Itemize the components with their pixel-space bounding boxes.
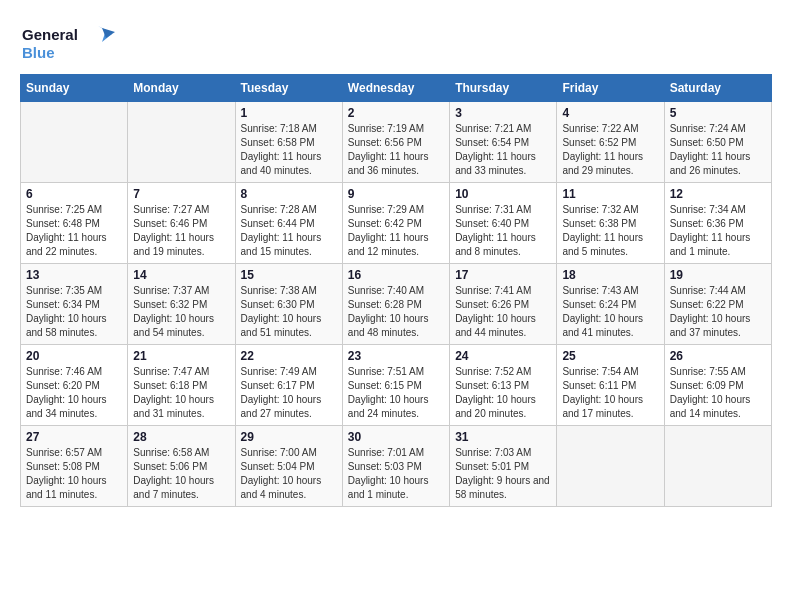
day-number: 31: [455, 430, 551, 444]
day-info: Sunrise: 7:03 AMSunset: 5:01 PMDaylight:…: [455, 446, 551, 502]
day-info: Sunrise: 7:55 AMSunset: 6:09 PMDaylight:…: [670, 365, 766, 421]
day-number: 9: [348, 187, 444, 201]
day-info: Sunrise: 7:37 AMSunset: 6:32 PMDaylight:…: [133, 284, 229, 340]
day-number: 21: [133, 349, 229, 363]
svg-text:General: General: [22, 26, 78, 43]
day-cell: 31Sunrise: 7:03 AMSunset: 5:01 PMDayligh…: [450, 426, 557, 507]
day-cell: 8Sunrise: 7:28 AMSunset: 6:44 PMDaylight…: [235, 183, 342, 264]
weekday-tuesday: Tuesday: [235, 75, 342, 102]
day-cell: 3Sunrise: 7:21 AMSunset: 6:54 PMDaylight…: [450, 102, 557, 183]
day-cell: 15Sunrise: 7:38 AMSunset: 6:30 PMDayligh…: [235, 264, 342, 345]
day-cell: 27Sunrise: 6:57 AMSunset: 5:08 PMDayligh…: [21, 426, 128, 507]
day-number: 23: [348, 349, 444, 363]
day-number: 28: [133, 430, 229, 444]
day-number: 10: [455, 187, 551, 201]
day-info: Sunrise: 7:01 AMSunset: 5:03 PMDaylight:…: [348, 446, 444, 502]
day-number: 14: [133, 268, 229, 282]
day-info: Sunrise: 7:21 AMSunset: 6:54 PMDaylight:…: [455, 122, 551, 178]
day-cell: 19Sunrise: 7:44 AMSunset: 6:22 PMDayligh…: [664, 264, 771, 345]
day-number: 1: [241, 106, 337, 120]
day-info: Sunrise: 7:31 AMSunset: 6:40 PMDaylight:…: [455, 203, 551, 259]
day-cell: 24Sunrise: 7:52 AMSunset: 6:13 PMDayligh…: [450, 345, 557, 426]
day-info: Sunrise: 7:18 AMSunset: 6:58 PMDaylight:…: [241, 122, 337, 178]
day-cell: 6Sunrise: 7:25 AMSunset: 6:48 PMDaylight…: [21, 183, 128, 264]
day-cell: 14Sunrise: 7:37 AMSunset: 6:32 PMDayligh…: [128, 264, 235, 345]
day-info: Sunrise: 7:00 AMSunset: 5:04 PMDaylight:…: [241, 446, 337, 502]
day-cell: 4Sunrise: 7:22 AMSunset: 6:52 PMDaylight…: [557, 102, 664, 183]
day-info: Sunrise: 7:28 AMSunset: 6:44 PMDaylight:…: [241, 203, 337, 259]
day-info: Sunrise: 7:44 AMSunset: 6:22 PMDaylight:…: [670, 284, 766, 340]
day-number: 25: [562, 349, 658, 363]
weekday-sunday: Sunday: [21, 75, 128, 102]
day-cell: [664, 426, 771, 507]
day-cell: [557, 426, 664, 507]
day-info: Sunrise: 7:27 AMSunset: 6:46 PMDaylight:…: [133, 203, 229, 259]
day-cell: 11Sunrise: 7:32 AMSunset: 6:38 PMDayligh…: [557, 183, 664, 264]
header: General Blue: [20, 20, 772, 64]
week-row-5: 27Sunrise: 6:57 AMSunset: 5:08 PMDayligh…: [21, 426, 772, 507]
day-number: 26: [670, 349, 766, 363]
day-cell: 20Sunrise: 7:46 AMSunset: 6:20 PMDayligh…: [21, 345, 128, 426]
day-info: Sunrise: 7:49 AMSunset: 6:17 PMDaylight:…: [241, 365, 337, 421]
day-cell: 21Sunrise: 7:47 AMSunset: 6:18 PMDayligh…: [128, 345, 235, 426]
day-info: Sunrise: 7:35 AMSunset: 6:34 PMDaylight:…: [26, 284, 122, 340]
day-number: 5: [670, 106, 766, 120]
day-cell: [21, 102, 128, 183]
day-cell: 7Sunrise: 7:27 AMSunset: 6:46 PMDaylight…: [128, 183, 235, 264]
day-info: Sunrise: 7:38 AMSunset: 6:30 PMDaylight:…: [241, 284, 337, 340]
day-cell: 22Sunrise: 7:49 AMSunset: 6:17 PMDayligh…: [235, 345, 342, 426]
day-info: Sunrise: 7:29 AMSunset: 6:42 PMDaylight:…: [348, 203, 444, 259]
day-number: 27: [26, 430, 122, 444]
day-info: Sunrise: 7:52 AMSunset: 6:13 PMDaylight:…: [455, 365, 551, 421]
day-number: 16: [348, 268, 444, 282]
weekday-monday: Monday: [128, 75, 235, 102]
day-number: 2: [348, 106, 444, 120]
day-info: Sunrise: 7:46 AMSunset: 6:20 PMDaylight:…: [26, 365, 122, 421]
week-row-2: 6Sunrise: 7:25 AMSunset: 6:48 PMDaylight…: [21, 183, 772, 264]
day-info: Sunrise: 7:51 AMSunset: 6:15 PMDaylight:…: [348, 365, 444, 421]
calendar-table: SundayMondayTuesdayWednesdayThursdayFrid…: [20, 74, 772, 507]
week-row-4: 20Sunrise: 7:46 AMSunset: 6:20 PMDayligh…: [21, 345, 772, 426]
day-info: Sunrise: 7:43 AMSunset: 6:24 PMDaylight:…: [562, 284, 658, 340]
day-cell: 13Sunrise: 7:35 AMSunset: 6:34 PMDayligh…: [21, 264, 128, 345]
week-row-1: 1Sunrise: 7:18 AMSunset: 6:58 PMDaylight…: [21, 102, 772, 183]
logo: General Blue: [20, 20, 120, 64]
day-info: Sunrise: 7:19 AMSunset: 6:56 PMDaylight:…: [348, 122, 444, 178]
day-cell: 12Sunrise: 7:34 AMSunset: 6:36 PMDayligh…: [664, 183, 771, 264]
day-number: 29: [241, 430, 337, 444]
day-number: 30: [348, 430, 444, 444]
day-cell: [128, 102, 235, 183]
day-number: 17: [455, 268, 551, 282]
day-info: Sunrise: 7:24 AMSunset: 6:50 PMDaylight:…: [670, 122, 766, 178]
day-info: Sunrise: 6:58 AMSunset: 5:06 PMDaylight:…: [133, 446, 229, 502]
day-cell: 9Sunrise: 7:29 AMSunset: 6:42 PMDaylight…: [342, 183, 449, 264]
day-cell: 23Sunrise: 7:51 AMSunset: 6:15 PMDayligh…: [342, 345, 449, 426]
day-info: Sunrise: 7:47 AMSunset: 6:18 PMDaylight:…: [133, 365, 229, 421]
day-info: Sunrise: 7:22 AMSunset: 6:52 PMDaylight:…: [562, 122, 658, 178]
day-number: 18: [562, 268, 658, 282]
day-cell: 1Sunrise: 7:18 AMSunset: 6:58 PMDaylight…: [235, 102, 342, 183]
logo-container: General Blue: [20, 20, 120, 64]
day-number: 13: [26, 268, 122, 282]
day-number: 6: [26, 187, 122, 201]
day-cell: 16Sunrise: 7:40 AMSunset: 6:28 PMDayligh…: [342, 264, 449, 345]
day-info: Sunrise: 7:25 AMSunset: 6:48 PMDaylight:…: [26, 203, 122, 259]
svg-text:Blue: Blue: [22, 44, 55, 61]
day-number: 7: [133, 187, 229, 201]
day-info: Sunrise: 7:34 AMSunset: 6:36 PMDaylight:…: [670, 203, 766, 259]
logo-svg: General Blue: [20, 20, 120, 64]
day-number: 4: [562, 106, 658, 120]
day-number: 8: [241, 187, 337, 201]
day-cell: 17Sunrise: 7:41 AMSunset: 6:26 PMDayligh…: [450, 264, 557, 345]
day-cell: 18Sunrise: 7:43 AMSunset: 6:24 PMDayligh…: [557, 264, 664, 345]
day-cell: 28Sunrise: 6:58 AMSunset: 5:06 PMDayligh…: [128, 426, 235, 507]
day-cell: 5Sunrise: 7:24 AMSunset: 6:50 PMDaylight…: [664, 102, 771, 183]
day-info: Sunrise: 6:57 AMSunset: 5:08 PMDaylight:…: [26, 446, 122, 502]
day-info: Sunrise: 7:40 AMSunset: 6:28 PMDaylight:…: [348, 284, 444, 340]
day-cell: 30Sunrise: 7:01 AMSunset: 5:03 PMDayligh…: [342, 426, 449, 507]
day-number: 24: [455, 349, 551, 363]
day-number: 19: [670, 268, 766, 282]
day-cell: 10Sunrise: 7:31 AMSunset: 6:40 PMDayligh…: [450, 183, 557, 264]
weekday-header-row: SundayMondayTuesdayWednesdayThursdayFrid…: [21, 75, 772, 102]
day-info: Sunrise: 7:41 AMSunset: 6:26 PMDaylight:…: [455, 284, 551, 340]
